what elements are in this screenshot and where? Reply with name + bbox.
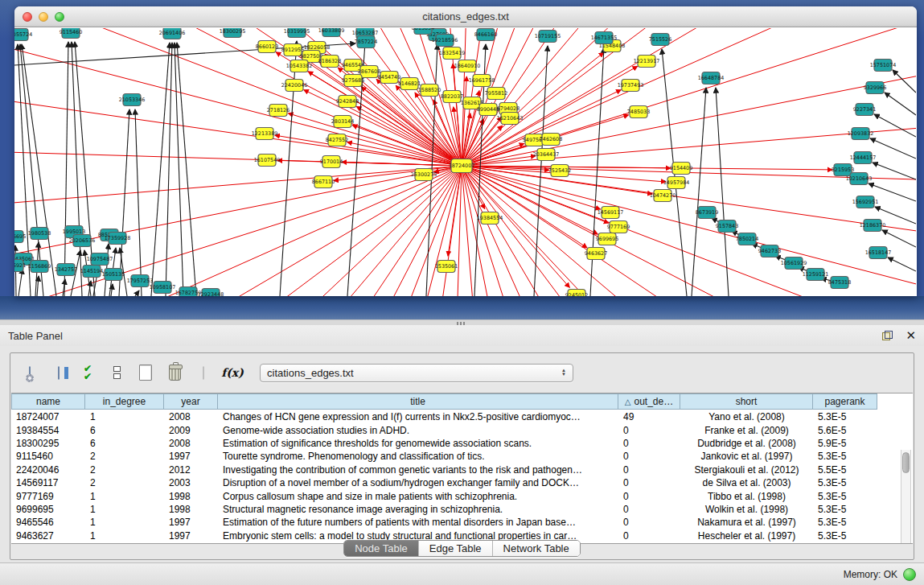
table-cell[interactable]: 2012 xyxy=(164,463,218,476)
table-row[interactable]: 911546021997Tourette syndrome. Phenomeno… xyxy=(11,450,913,463)
table-cell[interactable]: Genome-wide association studies in ADHD. xyxy=(218,423,618,436)
table-cell[interactable]: 2003 xyxy=(164,476,218,489)
table-cell[interactable]: 2008 xyxy=(164,437,218,450)
table-cell[interactable]: 0 xyxy=(618,437,680,450)
table-cell[interactable]: Jankovic et al. (1997) xyxy=(680,450,813,463)
table-cell[interactable]: 19384554 xyxy=(11,423,85,436)
table-cell[interactable]: 5.5E-5 xyxy=(813,463,877,476)
table-row[interactable]: 1938455462009Genome-wide association stu… xyxy=(11,423,913,436)
table-cell[interactable]: 0 xyxy=(618,450,680,463)
table-cell[interactable]: 0 xyxy=(618,423,680,436)
table-cell[interactable]: 9465546 xyxy=(11,516,85,529)
close-panel-icon[interactable]: ✕ xyxy=(906,331,916,340)
table-cell[interactable]: Stergiakouli et al. (2012) xyxy=(680,463,813,476)
table-cell[interactable]: 5.9E-5 xyxy=(813,437,877,450)
new-table-icon[interactable] xyxy=(133,360,158,385)
table-cell[interactable]: Tourette syndrome. Phenomenology and cla… xyxy=(218,450,618,463)
float-panel-icon[interactable] xyxy=(882,331,893,340)
table-cell[interactable]: 1 xyxy=(85,489,164,502)
column-header-in_degree[interactable]: in_degree xyxy=(85,393,164,410)
table-cell[interactable]: Changes of HCN gene expression and I(f) … xyxy=(218,410,618,423)
table-cell[interactable]: 1 xyxy=(85,503,164,516)
table-cell[interactable]: 5.6E-5 xyxy=(813,423,877,436)
table-cell[interactable]: Franke et al. (2009) xyxy=(680,423,813,436)
row-height-icon[interactable] xyxy=(104,360,129,385)
table-cell[interactable]: 14569117 xyxy=(11,476,85,489)
table-row[interactable]: 946554611997Estimation of the future num… xyxy=(11,516,913,529)
network-canvas[interactable]: 1872400786601238912955182260589827508105… xyxy=(14,28,916,296)
tab-node-table[interactable]: Node Table xyxy=(344,541,418,556)
table-cell[interactable]: 6 xyxy=(85,437,164,450)
table-cell[interactable]: 0 xyxy=(618,489,680,502)
table-row[interactable]: 1830029562008Estimation of significance … xyxy=(11,437,913,450)
table-selector-dropdown[interactable]: citations_edges.txt ▲▼ xyxy=(260,364,573,382)
table-cell[interactable]: 6 xyxy=(85,423,164,436)
table-cell[interactable]: 18724007 xyxy=(11,410,85,423)
table-scrollbar-thumb[interactable] xyxy=(902,452,910,473)
minimize-window-icon[interactable] xyxy=(39,12,48,22)
table-row[interactable]: 969969511998Structural magnetic resonanc… xyxy=(11,503,913,516)
table-cell[interactable]: 2009 xyxy=(164,423,218,436)
table-cell[interactable]: 5.3E-5 xyxy=(813,476,877,489)
close-window-icon[interactable] xyxy=(23,12,32,22)
table-cell[interactable]: Investigating the contribution of common… xyxy=(218,463,618,476)
column-header-year[interactable]: year xyxy=(164,393,218,410)
table-cell[interactable]: Disruption of a novel member of a sodium… xyxy=(218,476,618,489)
table-cell[interactable]: 0 xyxy=(618,516,680,529)
table-cell[interactable]: Dudbridge et al. (2008) xyxy=(680,437,813,450)
table-cell[interactable]: 9777169 xyxy=(11,489,85,502)
panel-splitter[interactable] xyxy=(0,319,924,325)
table-cell[interactable]: Tibbo et al. (1998) xyxy=(680,489,813,502)
delete-rows-icon[interactable] xyxy=(162,360,187,385)
column-header-out_de[interactable]: △out_de… xyxy=(618,393,680,410)
table-cell[interactable]: 1997 xyxy=(164,516,218,529)
table-cell[interactable]: 18300295 xyxy=(11,437,85,450)
table-cell[interactable]: Estimation of significance thresholds fo… xyxy=(218,437,618,450)
table-cell[interactable]: 1997 xyxy=(164,450,218,463)
table-settings-icon[interactable] xyxy=(17,360,43,385)
table-row[interactable]: 1872400712008Changes of HCN gene express… xyxy=(11,410,913,423)
table-cell[interactable]: 0 xyxy=(618,503,680,516)
show-columns-icon[interactable] xyxy=(46,360,72,385)
table-cell[interactable]: Corpus callosum shape and size in male p… xyxy=(218,489,618,502)
table-cell[interactable]: 9699695 xyxy=(11,503,85,516)
select-columns-icon[interactable]: ✔✔ xyxy=(75,360,101,385)
table-cell[interactable]: Structural magnetic resonance image aver… xyxy=(218,503,618,516)
function-builder-icon[interactable]: f(x) xyxy=(220,360,245,385)
memory-status-icon[interactable] xyxy=(903,568,916,581)
table-cell[interactable]: 5.3E-5 xyxy=(813,410,877,423)
column-header-short[interactable]: short xyxy=(680,393,813,410)
table-cell[interactable]: 5.3E-5 xyxy=(813,516,877,529)
table-cell[interactable]: 22420046 xyxy=(11,463,85,476)
column-header-title[interactable]: title xyxy=(218,393,618,410)
table-scrollbar[interactable] xyxy=(901,450,911,544)
tab-edge-table[interactable]: Edge Table xyxy=(418,541,492,556)
tab-network-table[interactable]: Network Table xyxy=(492,541,580,556)
table-cell[interactable]: 49 xyxy=(618,410,680,423)
table-cell[interactable]: Yano et al. (2008) xyxy=(680,410,813,423)
table-cell[interactable]: Estimation of the future numbers of pati… xyxy=(218,516,618,529)
table-cell[interactable]: 1 xyxy=(85,516,164,529)
table-cell[interactable]: 1998 xyxy=(164,489,218,502)
table-cell[interactable]: 2008 xyxy=(164,410,218,423)
table-cell[interactable]: 0 xyxy=(618,476,680,489)
table-row[interactable]: 2242004622012Investigating the contribut… xyxy=(11,463,913,476)
table-cell[interactable]: 5.3E-5 xyxy=(813,489,877,502)
table-cell[interactable]: 1998 xyxy=(164,503,218,516)
table-cell[interactable]: 5.3E-5 xyxy=(813,503,877,516)
table-cell[interactable]: 2 xyxy=(85,450,164,463)
table-cell[interactable]: Wolkin et al. (1998) xyxy=(680,503,813,516)
table-cell[interactable]: de Silva et al. (2003) xyxy=(680,476,813,489)
table-cell[interactable]: 9115460 xyxy=(11,450,85,463)
table-cell[interactable]: 1 xyxy=(85,410,164,423)
column-header-name[interactable]: name xyxy=(11,393,85,410)
table-cell[interactable]: 2 xyxy=(85,476,164,489)
network-window-titlebar[interactable]: citations_edges.txt xyxy=(14,6,917,27)
table-cell[interactable]: 2 xyxy=(85,463,164,476)
table-cell[interactable]: Nakamura et al. (1997) xyxy=(680,516,813,529)
zoom-window-icon[interactable] xyxy=(55,12,64,22)
column-header-pagerank[interactable]: pagerank xyxy=(813,393,877,410)
table-row[interactable]: 977716911998Corpus callosum shape and si… xyxy=(11,489,913,502)
table-cell[interactable]: 5.3E-5 xyxy=(813,450,877,463)
table-row[interactable]: 1456911722003Disruption of a novel membe… xyxy=(11,476,913,489)
